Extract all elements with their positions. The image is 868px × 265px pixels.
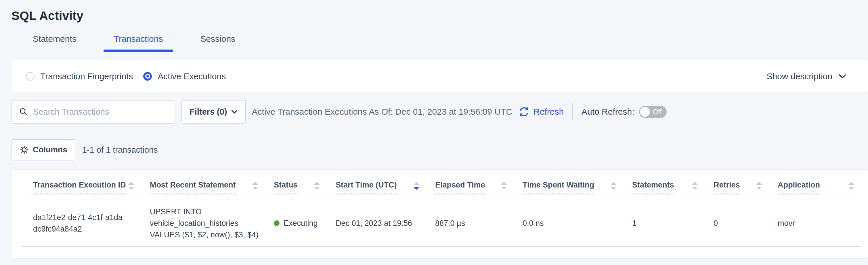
column-header-status[interactable]: Status (274, 170, 336, 200)
cell-most-recent-statement: UPSERT INTO vehicle_location_histories V… (150, 200, 274, 246)
auto-refresh-label: Auto Refresh: (582, 107, 634, 117)
sort-arrows-icon[interactable] (756, 180, 762, 190)
table-toolbar: Columns 1-1 of 1 transactions (11, 139, 868, 160)
status-executing-dot-icon (274, 220, 280, 226)
radio-transaction-fingerprints[interactable]: Transaction Fingerprints (26, 72, 133, 81)
refresh-icon (518, 106, 530, 118)
cell-time-spent-waiting: 0.0 ns (523, 200, 632, 246)
toggle-state-label: Off (653, 108, 662, 116)
cell-retries: 0 (714, 200, 778, 246)
view-mode-card: Transaction Fingerprints Active Executio… (11, 60, 868, 92)
radio-active-executions[interactable]: Active Executions (143, 72, 226, 81)
filters-button[interactable]: Filters (0) (182, 100, 246, 124)
view-mode-radio-group: Transaction Fingerprints Active Executio… (26, 72, 236, 81)
column-header-time-spent-waiting[interactable]: Time Spent Waiting (523, 170, 632, 200)
radio-selected-icon[interactable] (143, 72, 152, 81)
chevron-down-icon (839, 74, 846, 79)
page-title: SQL Activity (11, 0, 868, 25)
filters-label: Filters (0) (189, 107, 227, 117)
columns-button-label: Columns (33, 145, 67, 154)
search-icon (19, 107, 28, 117)
search-input[interactable] (33, 107, 168, 117)
column-header-retries[interactable]: Retries (714, 170, 778, 200)
sort-arrows-icon[interactable] (501, 180, 507, 190)
refresh-button[interactable]: Refresh (518, 106, 564, 118)
gear-icon (20, 145, 29, 154)
cell-transaction-execution-id[interactable]: da1f21e2-de71-4c1f-a1da-dc9fc94a84a2 (22, 200, 150, 246)
cell-application: movr (778, 200, 861, 246)
radio-label: Active Executions (158, 72, 226, 81)
column-header-start-time[interactable]: Start Time (UTC) (336, 170, 435, 200)
sort-arrows-icon[interactable] (611, 180, 616, 190)
cell-status: Executing (274, 200, 336, 246)
show-description-toggle[interactable]: Show description (767, 72, 846, 81)
transactions-table-card: Transaction Execution ID Most Recent Sta… (11, 170, 868, 258)
filter-bar: Filters (0) Active Transaction Execution… (11, 100, 868, 124)
status-label: Executing (284, 217, 318, 229)
divider (572, 103, 573, 120)
table-header-row: Transaction Execution ID Most Recent Sta… (22, 170, 861, 200)
tab-transactions[interactable]: Transactions (103, 34, 174, 51)
radio-label: Transaction Fingerprints (40, 72, 133, 81)
radio-unselected-icon[interactable] (26, 72, 34, 81)
sql-activity-page: SQL Activity Statements Transactions Ses… (0, 0, 868, 258)
sort-arrows-icon[interactable] (692, 180, 698, 190)
show-description-label: Show description (767, 72, 832, 81)
cell-start-time: Dec 01, 2023 at 19:56 (336, 200, 435, 246)
column-header-statements[interactable]: Statements (632, 170, 714, 200)
chevron-down-icon (231, 110, 238, 114)
column-header-elapsed-time[interactable]: Elapsed Time (435, 170, 523, 200)
sort-arrows-icon[interactable] (252, 180, 258, 190)
toggle-knob[interactable] (640, 107, 650, 117)
tab-statements[interactable]: Statements (23, 34, 87, 51)
transactions-table: Transaction Execution ID Most Recent Sta… (22, 170, 861, 247)
tab-sessions[interactable]: Sessions (190, 34, 246, 51)
sort-arrows-icon[interactable] (413, 180, 419, 190)
column-header-transaction-execution-id[interactable]: Transaction Execution ID (22, 170, 150, 200)
column-header-most-recent-statement[interactable]: Most Recent Statement (150, 170, 274, 200)
column-header-application[interactable]: Application (778, 170, 861, 200)
sort-arrows-icon[interactable] (314, 180, 320, 190)
tab-bar: Statements Transactions Sessions (11, 34, 868, 51)
results-count: 1-1 of 1 transactions (82, 145, 158, 155)
sort-arrows-icon[interactable] (848, 180, 854, 190)
search-input-wrapper[interactable] (11, 100, 174, 124)
table-row[interactable]: da1f21e2-de71-4c1f-a1da-dc9fc94a84a2 UPS… (22, 200, 861, 246)
sort-arrows-icon[interactable] (128, 180, 134, 190)
cell-statements: 1 (632, 200, 714, 246)
auto-refresh-toggle[interactable]: Off (639, 106, 667, 118)
columns-button[interactable]: Columns (11, 139, 75, 160)
cell-elapsed-time: 887.0 µs (435, 200, 523, 246)
as-of-text: Active Transaction Executions As Of: Dec… (252, 107, 512, 117)
refresh-label: Refresh (533, 107, 564, 117)
